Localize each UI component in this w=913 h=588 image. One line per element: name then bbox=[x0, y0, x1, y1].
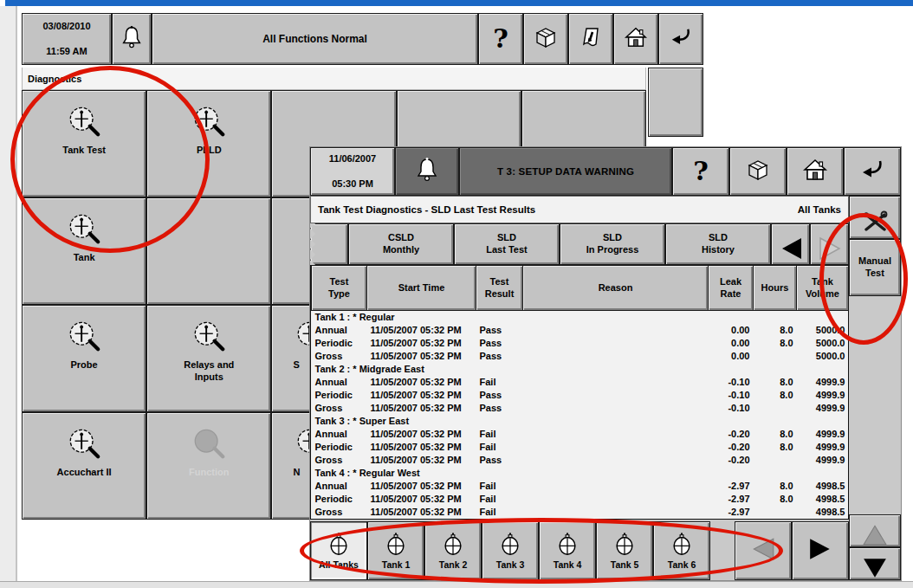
scroll-up-button[interactable] bbox=[849, 514, 901, 547]
fg-alarm-bell-button[interactable] bbox=[395, 147, 459, 196]
column-header-tank-volume: Tank Volume bbox=[797, 266, 849, 311]
diag-button-tank[interactable]: Tank bbox=[22, 197, 146, 305]
help-icon: ? bbox=[493, 26, 508, 52]
report-scroll-icon bbox=[579, 25, 603, 53]
tab-csld-monthly[interactable]: CSLD Monthly bbox=[348, 223, 454, 265]
tank-button-tank-5[interactable]: Tank 5 bbox=[596, 521, 653, 580]
test-result-row: Periodic11/05/2007 05:32 PMFail-2.978.04… bbox=[312, 493, 849, 506]
help-button[interactable]: ? bbox=[478, 13, 523, 65]
help-button[interactable]: ? bbox=[672, 147, 729, 196]
tank-test-magnifier-icon bbox=[65, 106, 103, 140]
diag-button-label: Accuchart II bbox=[57, 467, 112, 479]
diag-button-probe[interactable]: Probe bbox=[22, 305, 146, 412]
column-header-start-time: Start Time bbox=[367, 266, 476, 311]
tab-sld-history[interactable]: SLD History bbox=[665, 223, 771, 265]
scroll-down-button[interactable] bbox=[849, 547, 901, 580]
page-title-bar: Tank Test Diagnostics - SLD Last Test Re… bbox=[310, 196, 849, 223]
time-text: 11:59 AM bbox=[46, 46, 87, 56]
column-header-test-result: Test Result bbox=[476, 266, 523, 311]
tank-button-label: Tank 5 bbox=[611, 559, 638, 570]
test-result-row: Periodic11/05/2007 05:32 PMFail-0.208.04… bbox=[312, 441, 849, 454]
tabs-scroll-right-button[interactable] bbox=[810, 223, 849, 265]
tank-gauge-icon bbox=[670, 532, 694, 558]
diag-button-label: Relays and Inputs bbox=[184, 359, 234, 384]
system-status-bar: 03/08/2010 11:59 AM All Functions Normal… bbox=[22, 13, 703, 65]
bg-side-box bbox=[648, 68, 703, 137]
package-button[interactable] bbox=[729, 147, 787, 196]
fg-datetime-display: 11/06/2007 05:30 PM bbox=[310, 147, 395, 196]
fg-time-text: 05:30 PM bbox=[332, 178, 373, 189]
datetime-display: 03/08/2010 11:59 AM bbox=[22, 13, 112, 65]
page-right-button[interactable] bbox=[792, 521, 849, 580]
diag-button-label: Tank bbox=[74, 252, 95, 264]
bar-spacer bbox=[710, 521, 735, 580]
tank-button-label: Tank 1 bbox=[382, 559, 410, 570]
tank-group-row: Tank 4 : * Regular West bbox=[312, 467, 849, 480]
tank-button-label: Tank 6 bbox=[668, 559, 696, 570]
diag-button-label: Function bbox=[189, 467, 229, 479]
tank-button-tank-2[interactable]: Tank 2 bbox=[424, 521, 482, 580]
tank-button-tank-3[interactable]: Tank 3 bbox=[482, 521, 539, 580]
tab-sld-in-progress[interactable]: SLD In Progress bbox=[560, 223, 665, 265]
test-result-row: Gross11/05/2007 05:32 PMFail-2.974998.5 bbox=[312, 506, 849, 519]
right-sidebar: Manual Test bbox=[849, 196, 901, 580]
test-result-row: Gross11/05/2007 05:32 PMPass-0.104999.9 bbox=[312, 402, 849, 415]
alarm-bell-button[interactable] bbox=[112, 13, 152, 65]
sidebar-filler bbox=[849, 296, 901, 514]
page-bottom-margin bbox=[0, 581, 913, 588]
diag-button-function: Function bbox=[146, 412, 271, 520]
column-header-test-type: Test Type bbox=[312, 266, 367, 311]
breadcrumb: Diagnostics bbox=[22, 68, 646, 90]
home-button[interactable] bbox=[613, 13, 658, 65]
help-icon: ? bbox=[693, 158, 709, 184]
relays-inputs-magnifier-icon bbox=[190, 320, 228, 355]
tab-bar: CSLD MonthlySLD Last TestSLD In Progress… bbox=[310, 223, 849, 265]
package-button[interactable] bbox=[523, 13, 568, 65]
home-button[interactable] bbox=[787, 147, 844, 196]
tab-sld-last-test[interactable]: SLD Last Test bbox=[454, 223, 560, 265]
tab-scroll-stub bbox=[310, 223, 348, 265]
manual-test-button[interactable]: Manual Test bbox=[849, 239, 901, 296]
tank-magnifier-icon bbox=[65, 213, 103, 248]
bell-icon bbox=[414, 156, 440, 187]
tabs-scroll-left-button[interactable] bbox=[771, 223, 810, 265]
diag-button-label: N bbox=[293, 467, 300, 479]
tools-button[interactable] bbox=[849, 196, 901, 239]
date-text: 03/08/2010 bbox=[42, 21, 90, 31]
diag-button-label: Probe bbox=[71, 359, 98, 372]
back-arrow-icon bbox=[859, 158, 885, 185]
diag-button-label: S bbox=[293, 359, 299, 372]
accuchart-magnifier-icon bbox=[65, 428, 103, 462]
tank-button-tank-1[interactable]: Tank 1 bbox=[367, 521, 424, 580]
arrow-down-icon bbox=[862, 544, 888, 584]
system-status-message: All Functions Normal bbox=[152, 13, 478, 65]
tank-button-label: Tank 4 bbox=[554, 559, 581, 570]
plld-magnifier-icon bbox=[190, 106, 228, 140]
arrow-right-icon bbox=[807, 536, 833, 565]
test-result-row: Periodic11/05/2007 05:32 PMPass0.008.050… bbox=[312, 337, 849, 350]
test-result-row: Annual11/05/2007 05:32 PMFail-0.208.0499… bbox=[312, 428, 849, 441]
diag-button-plld[interactable]: PLLD bbox=[146, 90, 271, 197]
report-button[interactable] bbox=[568, 13, 613, 65]
tank-scope-label: All Tanks bbox=[798, 204, 841, 215]
bell-icon bbox=[120, 24, 144, 54]
tank-gauge-icon bbox=[327, 532, 351, 558]
back-arrow-icon bbox=[669, 26, 693, 52]
diag-button-accuchart-ii[interactable]: Accuchart II bbox=[22, 412, 146, 520]
tank-button-tank-4[interactable]: Tank 4 bbox=[539, 521, 596, 580]
diag-button-tank-test[interactable]: Tank Test bbox=[22, 90, 146, 197]
tank-button-label: All Tanks bbox=[319, 559, 359, 570]
tank-button-tank-6[interactable]: Tank 6 bbox=[653, 521, 710, 580]
tank-group-row: Tank 1 : * Regular bbox=[312, 311, 849, 324]
diag-button-label: Tank Test bbox=[62, 145, 106, 157]
tank-button-all-tanks[interactable]: All Tanks bbox=[310, 521, 367, 580]
function-magnifier-icon bbox=[190, 428, 228, 462]
arrow-left-icon bbox=[779, 224, 803, 264]
package-icon bbox=[534, 25, 558, 53]
back-button[interactable] bbox=[844, 147, 901, 196]
page-left-button[interactable] bbox=[735, 521, 792, 580]
tank-group-row: Tank 3 : * Super East bbox=[312, 415, 849, 428]
tank-group-row: Tank 2 : * Midgrade East bbox=[312, 363, 849, 376]
diag-button-relays-and-inputs[interactable]: Relays and Inputs bbox=[146, 305, 271, 412]
back-button[interactable] bbox=[658, 13, 703, 65]
